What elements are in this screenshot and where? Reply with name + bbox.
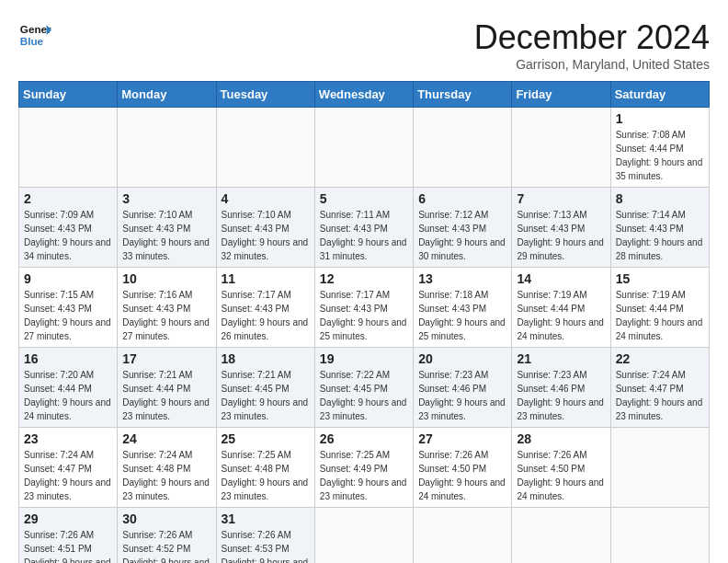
calendar-cell: 18Sunrise: 7:21 AMSunset: 4:45 PMDayligh… bbox=[216, 348, 314, 428]
calendar-cell bbox=[414, 508, 512, 564]
day-number: 17 bbox=[122, 351, 210, 366]
day-info: Sunrise: 7:24 AMSunset: 4:48 PMDaylight:… bbox=[122, 448, 210, 503]
calendar-week-row: 29Sunrise: 7:26 AMSunset: 4:51 PMDayligh… bbox=[19, 508, 710, 564]
calendar-cell bbox=[414, 108, 512, 188]
calendar-cell: 1Sunrise: 7:08 AMSunset: 4:44 PMDaylight… bbox=[610, 108, 709, 188]
calendar-cell: 7Sunrise: 7:13 AMSunset: 4:43 PMDaylight… bbox=[512, 188, 610, 268]
calendar-cell: 12Sunrise: 7:17 AMSunset: 4:43 PMDayligh… bbox=[314, 268, 413, 348]
day-info: Sunrise: 7:19 AMSunset: 4:44 PMDaylight:… bbox=[517, 288, 605, 343]
day-info: Sunrise: 7:24 AMSunset: 4:47 PMDaylight:… bbox=[24, 448, 112, 503]
calendar-header-row: SundayMondayTuesdayWednesdayThursdayFrid… bbox=[19, 82, 710, 108]
calendar-cell: 20Sunrise: 7:23 AMSunset: 4:46 PMDayligh… bbox=[414, 348, 512, 428]
day-number: 12 bbox=[320, 271, 408, 286]
calendar-cell: 15Sunrise: 7:19 AMSunset: 4:44 PMDayligh… bbox=[610, 268, 709, 348]
day-number: 24 bbox=[122, 431, 210, 446]
day-number: 20 bbox=[418, 351, 506, 366]
day-number: 13 bbox=[418, 271, 506, 286]
day-header-friday: Friday bbox=[512, 82, 610, 108]
day-info: Sunrise: 7:10 AMSunset: 4:43 PMDaylight:… bbox=[222, 208, 310, 263]
calendar-cell: 25Sunrise: 7:25 AMSunset: 4:48 PMDayligh… bbox=[216, 428, 314, 508]
day-info: Sunrise: 7:10 AMSunset: 4:43 PMDaylight:… bbox=[122, 208, 210, 263]
day-info: Sunrise: 7:23 AMSunset: 4:46 PMDaylight:… bbox=[418, 368, 506, 423]
day-info: Sunrise: 7:12 AMSunset: 4:43 PMDaylight:… bbox=[418, 208, 506, 263]
day-number: 1 bbox=[616, 111, 704, 126]
day-info: Sunrise: 7:16 AMSunset: 4:43 PMDaylight:… bbox=[122, 288, 210, 343]
calendar-cell: 26Sunrise: 7:25 AMSunset: 4:49 PMDayligh… bbox=[314, 428, 413, 508]
day-info: Sunrise: 7:21 AMSunset: 4:44 PMDaylight:… bbox=[122, 368, 210, 423]
day-number: 28 bbox=[517, 431, 605, 446]
calendar-cell: 3Sunrise: 7:10 AMSunset: 4:43 PMDaylight… bbox=[118, 188, 216, 268]
day-info: Sunrise: 7:17 AMSunset: 4:43 PMDaylight:… bbox=[320, 288, 408, 343]
calendar-cell: 16Sunrise: 7:20 AMSunset: 4:44 PMDayligh… bbox=[19, 348, 118, 428]
day-number: 10 bbox=[122, 271, 210, 286]
day-number: 22 bbox=[616, 351, 704, 366]
calendar-cell: 17Sunrise: 7:21 AMSunset: 4:44 PMDayligh… bbox=[118, 348, 216, 428]
calendar-week-row: 1Sunrise: 7:08 AMSunset: 4:44 PMDaylight… bbox=[19, 108, 710, 188]
day-info: Sunrise: 7:09 AMSunset: 4:43 PMDaylight:… bbox=[24, 208, 112, 263]
calendar-cell bbox=[610, 508, 709, 564]
day-info: Sunrise: 7:19 AMSunset: 4:44 PMDaylight:… bbox=[616, 288, 704, 343]
day-number: 30 bbox=[122, 511, 210, 526]
calendar-cell: 11Sunrise: 7:17 AMSunset: 4:43 PMDayligh… bbox=[216, 268, 314, 348]
day-info: Sunrise: 7:26 AMSunset: 4:50 PMDaylight:… bbox=[418, 448, 506, 503]
day-number: 7 bbox=[517, 191, 605, 206]
calendar-table: SundayMondayTuesdayWednesdayThursdayFrid… bbox=[18, 81, 710, 563]
day-number: 8 bbox=[616, 191, 704, 206]
calendar-cell bbox=[216, 108, 314, 188]
calendar-cell: 9Sunrise: 7:15 AMSunset: 4:43 PMDaylight… bbox=[19, 268, 118, 348]
calendar-cell: 23Sunrise: 7:24 AMSunset: 4:47 PMDayligh… bbox=[19, 428, 118, 508]
day-number: 21 bbox=[517, 351, 605, 366]
day-header-tuesday: Tuesday bbox=[216, 82, 314, 108]
day-info: Sunrise: 7:18 AMSunset: 4:43 PMDaylight:… bbox=[418, 288, 506, 343]
svg-text:Blue: Blue bbox=[20, 35, 44, 47]
day-number: 2 bbox=[24, 191, 112, 206]
calendar-cell bbox=[512, 108, 610, 188]
day-number: 6 bbox=[418, 191, 506, 206]
calendar-cell: 21Sunrise: 7:23 AMSunset: 4:46 PMDayligh… bbox=[512, 348, 610, 428]
calendar-week-row: 16Sunrise: 7:20 AMSunset: 4:44 PMDayligh… bbox=[19, 348, 710, 428]
month-title: December 2024 bbox=[474, 18, 710, 57]
calendar-week-row: 2Sunrise: 7:09 AMSunset: 4:43 PMDaylight… bbox=[19, 188, 710, 268]
day-header-saturday: Saturday bbox=[610, 82, 709, 108]
day-info: Sunrise: 7:25 AMSunset: 4:48 PMDaylight:… bbox=[222, 448, 310, 503]
calendar-cell: 2Sunrise: 7:09 AMSunset: 4:43 PMDaylight… bbox=[19, 188, 118, 268]
day-number: 11 bbox=[222, 271, 310, 286]
day-header-wednesday: Wednesday bbox=[314, 82, 413, 108]
day-header-sunday: Sunday bbox=[19, 82, 118, 108]
day-info: Sunrise: 7:08 AMSunset: 4:44 PMDaylight:… bbox=[616, 128, 704, 183]
calendar-cell bbox=[314, 508, 413, 564]
day-info: Sunrise: 7:13 AMSunset: 4:43 PMDaylight:… bbox=[517, 208, 605, 263]
day-info: Sunrise: 7:21 AMSunset: 4:45 PMDaylight:… bbox=[222, 368, 310, 423]
calendar-cell: 10Sunrise: 7:16 AMSunset: 4:43 PMDayligh… bbox=[118, 268, 216, 348]
calendar-cell: 31Sunrise: 7:26 AMSunset: 4:53 PMDayligh… bbox=[216, 508, 314, 564]
day-info: Sunrise: 7:20 AMSunset: 4:44 PMDaylight:… bbox=[24, 368, 112, 423]
calendar-body: 1Sunrise: 7:08 AMSunset: 4:44 PMDaylight… bbox=[19, 108, 710, 564]
day-number: 23 bbox=[24, 431, 112, 446]
calendar-cell bbox=[118, 108, 216, 188]
title-area: December 2024 Garrison, Maryland, United… bbox=[474, 18, 710, 72]
calendar-cell: 22Sunrise: 7:24 AMSunset: 4:47 PMDayligh… bbox=[610, 348, 709, 428]
day-number: 5 bbox=[320, 191, 408, 206]
day-info: Sunrise: 7:11 AMSunset: 4:43 PMDaylight:… bbox=[320, 208, 408, 263]
day-number: 15 bbox=[616, 271, 704, 286]
calendar-cell: 30Sunrise: 7:26 AMSunset: 4:52 PMDayligh… bbox=[118, 508, 216, 564]
calendar-cell: 14Sunrise: 7:19 AMSunset: 4:44 PMDayligh… bbox=[512, 268, 610, 348]
calendar-cell: 13Sunrise: 7:18 AMSunset: 4:43 PMDayligh… bbox=[414, 268, 512, 348]
day-info: Sunrise: 7:23 AMSunset: 4:46 PMDaylight:… bbox=[517, 368, 605, 423]
day-info: Sunrise: 7:24 AMSunset: 4:47 PMDaylight:… bbox=[616, 368, 704, 423]
day-info: Sunrise: 7:22 AMSunset: 4:45 PMDaylight:… bbox=[320, 368, 408, 423]
calendar-cell: 6Sunrise: 7:12 AMSunset: 4:43 PMDaylight… bbox=[414, 188, 512, 268]
calendar-cell bbox=[19, 108, 118, 188]
calendar-cell: 24Sunrise: 7:24 AMSunset: 4:48 PMDayligh… bbox=[118, 428, 216, 508]
calendar-cell: 29Sunrise: 7:26 AMSunset: 4:51 PMDayligh… bbox=[19, 508, 118, 564]
calendar-cell: 8Sunrise: 7:14 AMSunset: 4:43 PMDaylight… bbox=[610, 188, 709, 268]
calendar-cell: 28Sunrise: 7:26 AMSunset: 4:50 PMDayligh… bbox=[512, 428, 610, 508]
day-number: 26 bbox=[320, 431, 408, 446]
day-number: 4 bbox=[222, 191, 310, 206]
day-info: Sunrise: 7:26 AMSunset: 4:53 PMDaylight:… bbox=[222, 528, 310, 563]
calendar-cell bbox=[610, 428, 709, 508]
logo: General Blue bbox=[18, 18, 51, 52]
day-number: 9 bbox=[24, 271, 112, 286]
day-info: Sunrise: 7:15 AMSunset: 4:43 PMDaylight:… bbox=[24, 288, 112, 343]
day-number: 27 bbox=[418, 431, 506, 446]
